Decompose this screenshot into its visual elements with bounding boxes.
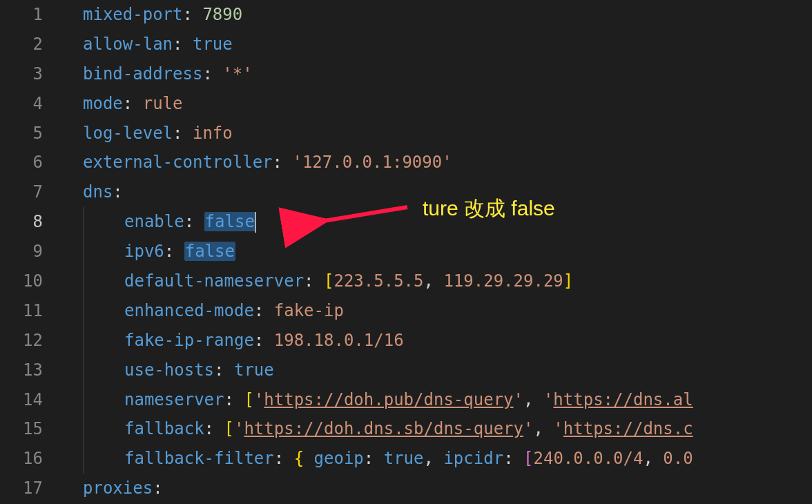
code-line[interactable]: proxies: [62,474,812,503]
code-line[interactable]: default-nameserver: [223.5.5.5, 119.29.2… [62,266,812,296]
line-number: 1 [0,0,43,30]
code-line[interactable]: nameserver: ['https://doh.pub/dns-query'… [62,385,812,415]
line-number: 4 [0,89,43,119]
yaml-key: geoip [314,449,364,468]
token-val: 198.18.0.1/16 [274,331,404,350]
line-number: 10 [0,266,43,296]
token-colon: : [224,390,244,409]
token-brkt: ] [563,271,573,291]
code-line[interactable]: bind-address: '*' [62,59,812,89]
token-punct: , [643,449,663,468]
line-number: 12 [0,326,43,356]
token-str: ' [553,419,563,438]
token-val: 0.0 [663,449,693,468]
code-line[interactable]: ipv6: false [62,237,812,266]
token-punct: , [533,419,553,438]
token-str: ' [254,390,264,409]
code-line[interactable]: allow-lan: true [62,30,812,59]
yaml-key: enhanced-mode [124,301,254,320]
token-colon: : [173,124,193,143]
yaml-key: log-level [83,124,173,143]
yaml-key: enable [124,212,184,231]
yaml-key: bind-address [83,64,202,84]
yaml-key: fake-ip-range [124,331,254,350]
token-val: 119.29.29.29 [443,271,563,291]
token-brkt: [ [244,390,253,409]
line-number: 3 [0,59,43,89]
token-val: rule [143,94,183,113]
yaml-key: mixed-port [83,5,183,24]
line-number: 14 [0,385,43,415]
line-number-gutter: 1234567891011121314151617 [0,0,62,504]
code-line[interactable]: log-level: info [62,119,812,148]
token-colon: : [503,449,523,468]
token-bool: false [184,242,235,261]
url-link[interactable]: https://doh.pub/dns-query [264,390,513,409]
token-val: fake-ip [274,301,344,320]
line-number: 6 [0,148,43,177]
token-colon: : [204,419,224,438]
token-str: ' [514,390,523,409]
token-str: ' [523,419,533,438]
line-number: 5 [0,119,43,148]
url-link[interactable]: https://dns.al [553,390,693,409]
yaml-key: allow-lan [83,35,173,54]
token-val: 240.0.0.0/4 [533,449,643,468]
token-colon: : [183,5,203,24]
code-line[interactable]: fake-ip-range: 198.18.0.1/16 [62,326,812,356]
code-line[interactable]: mode: rule [62,89,812,119]
token-colon: : [274,449,294,468]
code-line[interactable]: enhanced-mode: fake-ip [62,296,812,326]
yaml-key: ipv6 [124,242,164,261]
token-str: ' [234,419,244,438]
token-bool: true [384,449,424,468]
token-colon: : [153,478,162,498]
token-val: info [193,124,233,143]
token-str: '127.0.0.1:9090' [292,153,452,172]
yaml-key: ipcidr [443,449,503,468]
token-bool: false [204,212,255,231]
code-line[interactable]: external-controller: '127.0.0.1:9090' [62,148,812,177]
token-val: 223.5.5.5 [334,271,423,291]
token-brkt: [ [324,271,334,291]
line-number: 15 [0,414,43,444]
token-str: '*' [222,64,252,84]
token-str: ' [543,390,553,409]
line-number: 9 [0,237,43,266]
yaml-key: nameserver [124,390,224,409]
token-bool: true [234,360,274,380]
line-number: 8 [0,207,43,237]
token-punct [304,449,313,468]
token-colon: : [273,153,293,172]
code-line[interactable]: fallback-filter: { geoip: true, ipcidr: … [62,444,812,474]
code-editor[interactable]: 1234567891011121314151617 mixed-port: 78… [0,0,812,504]
line-number: 16 [0,444,43,474]
code-line[interactable]: use-hosts: true [62,356,812,385]
token-brkt2: [ [523,449,533,468]
url-link[interactable]: https://doh.dns.sb/dns-query [244,419,523,438]
token-colon: : [123,94,143,113]
yaml-key: mode [83,94,123,113]
token-brkt: { [294,449,304,468]
token-colon: : [304,271,324,291]
token-colon: : [202,64,222,84]
code-area[interactable]: mixed-port: 7890allow-lan: truebind-addr… [62,0,812,504]
line-number: 7 [0,177,43,207]
line-number: 2 [0,30,43,59]
token-colon: : [254,301,274,320]
code-line[interactable]: enable: false [62,207,812,237]
url-link[interactable]: https://dns.c [563,419,693,438]
code-line[interactable]: dns: [62,177,812,207]
token-colon: : [164,242,184,261]
token-punct: , [424,271,444,291]
token-colon: : [173,35,193,54]
token-brkt: [ [224,419,234,438]
code-line[interactable]: mixed-port: 7890 [62,0,812,30]
token-punct: , [424,449,444,468]
line-number: 13 [0,356,43,385]
token-colon: : [364,449,384,468]
yaml-key: external-controller [83,153,273,172]
code-line[interactable]: fallback: ['https://doh.dns.sb/dns-query… [62,414,812,444]
yaml-key: fallback [124,419,204,438]
line-number: 11 [0,296,43,326]
